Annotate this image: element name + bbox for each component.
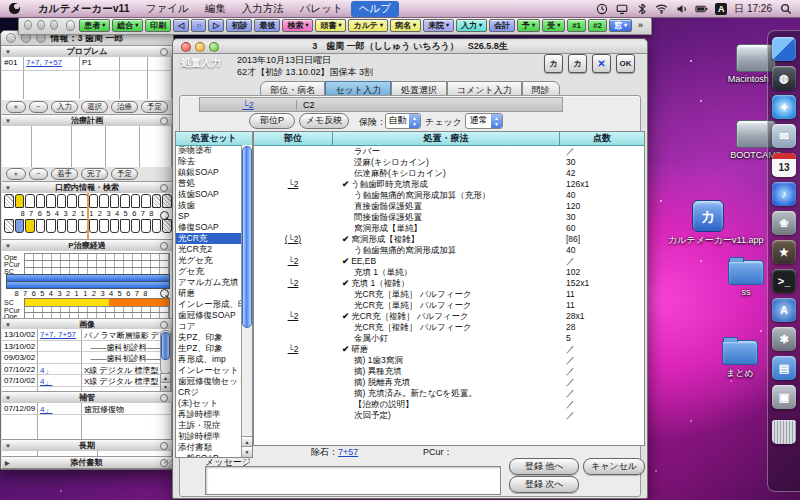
problem-table[interactable]: #017+7, 7+57P1	[2, 57, 172, 101]
site-cell[interactable]: └2	[254, 179, 332, 190]
palette-minimize-button[interactable]	[37, 20, 45, 30]
tooth-lower[interactable]	[57, 219, 67, 233]
insurance-popup[interactable]: 自動▲▼	[385, 113, 421, 129]
tooth-chart[interactable]: 8765432112345678	[2, 193, 172, 240]
plan-button-＋[interactable]: ＋	[6, 168, 26, 180]
plan-button-－[interactable]: －	[29, 168, 49, 180]
tooth-lower[interactable]	[15, 219, 25, 233]
palette-button-最後[interactable]: 最後	[254, 19, 280, 32]
stamp-button-1[interactable]: カ	[544, 54, 563, 73]
palette-button-»[interactable]: »	[634, 20, 647, 31]
set-list-item[interactable]: 失PZ、印象	[176, 332, 242, 343]
procedure-row[interactable]: 充填 1（単純）102	[254, 267, 644, 278]
site-cell[interactable]	[254, 333, 332, 344]
site-cell[interactable]	[254, 366, 332, 377]
set-list-item[interactable]: コア	[176, 321, 242, 332]
set-list-item[interactable]: グセ充	[176, 266, 242, 277]
set-list-item[interactable]: 歯冠修復SOAP	[176, 310, 242, 321]
tooth-lower[interactable]	[36, 219, 46, 233]
site-cell[interactable]: (└2)	[254, 234, 332, 245]
apple-menu-icon[interactable]	[9, 3, 20, 14]
tooth-upper[interactable]	[15, 194, 25, 208]
tooth-upper[interactable]	[36, 194, 46, 208]
ok-stamp-button[interactable]: OK	[616, 54, 635, 73]
site-cell[interactable]: └2	[254, 278, 332, 289]
dashboard-icon[interactable]: ◍	[772, 66, 796, 90]
set-list-item[interactable]: 初診時標準	[176, 431, 242, 442]
procedure-row[interactable]: う蝕歯無痛的窩洞形成加算（充形）40	[254, 190, 644, 201]
clear-x-button[interactable]: ✕	[592, 54, 611, 73]
procedure-row[interactable]: 光CR充［複雑］ パルフィーク28	[254, 322, 644, 333]
tooth-lower[interactable]	[110, 219, 120, 233]
plan-button-予定[interactable]: 予定	[111, 168, 138, 180]
set-list-item[interactable]: 研磨	[176, 288, 242, 299]
site-cell[interactable]	[254, 190, 332, 201]
set-list-item[interactable]: 薬物塗布	[176, 145, 242, 156]
site-cell[interactable]: └2	[254, 256, 332, 267]
problem-button-予定[interactable]: 予定	[141, 101, 168, 113]
site-cell[interactable]	[254, 267, 332, 278]
disclosure-triangle-icon[interactable]: ▼	[5, 49, 11, 55]
set-list-item[interactable]: 光CR充	[176, 233, 242, 244]
palette-button-◁[interactable]: ◁	[173, 19, 189, 32]
spotlight-icon[interactable]	[779, 2, 792, 15]
problem-button-選択[interactable]: 選択	[81, 101, 108, 113]
bluetooth-icon[interactable]	[635, 2, 648, 15]
menu-item[interactable]: ファイル	[138, 1, 197, 17]
search-teeth-icon[interactable]	[160, 289, 169, 298]
tooth-upper[interactable]	[67, 194, 77, 208]
site-cell[interactable]	[254, 410, 332, 421]
stamp-button-2[interactable]: カ	[568, 54, 587, 73]
palette-button-受[interactable]: 受▾	[542, 19, 565, 32]
disclosure-triangle-icon[interactable]: ▼	[5, 395, 11, 401]
procedure-row[interactable]: 伝達麻酔(キシロカイン)42	[254, 168, 644, 179]
site-cell[interactable]: └2	[254, 311, 332, 322]
palette-button-入力[interactable]: 入力▾	[456, 19, 487, 32]
set-list-item[interactable]: 歯冠修復物セット	[176, 376, 242, 387]
message-input[interactable]	[205, 466, 501, 495]
tooth-upper[interactable]	[110, 194, 120, 208]
set-list-item[interactable]: 再形成、imp	[176, 354, 242, 365]
tooth-lower[interactable]	[67, 219, 77, 233]
site-cell[interactable]	[254, 399, 332, 410]
procedure-row[interactable]: 次回予定)／	[254, 410, 644, 421]
cancel-button[interactable]: キャンセル	[583, 458, 645, 475]
palette-button-▷[interactable]: ▷	[208, 19, 224, 32]
tooth-lower[interactable]	[25, 219, 35, 233]
procedure-row[interactable]: 摘) 1歯3窩洞／	[254, 355, 644, 366]
plan-button-完了[interactable]: 完了	[81, 168, 108, 180]
site-cell[interactable]	[254, 157, 332, 168]
section-header-attachments[interactable]: ▶ 添付書類	[2, 456, 172, 469]
input-method-icon[interactable]: A	[715, 3, 727, 15]
procedure-row[interactable]: 直接歯髄保護処置120	[254, 201, 644, 212]
memo-reflect-button[interactable]: メモ反映	[299, 113, 349, 129]
set-list-item[interactable]: 抜歯SOAP	[176, 189, 242, 200]
tooth-lower[interactable]	[4, 219, 14, 233]
set-list-item[interactable]: インレーセット	[176, 365, 242, 376]
set-list-item[interactable]: 再診時標準	[176, 409, 242, 420]
menu-item[interactable]: ヘルプ	[351, 1, 399, 17]
palette-button-カルテ[interactable]: カルテ▾	[348, 19, 388, 32]
set-list-item[interactable]: 生PZ、印象	[176, 343, 242, 354]
procedure-row[interactable]: 光CR充［単純］ パルフィーク11	[254, 289, 644, 300]
palette-button-#2[interactable]: #2	[588, 19, 607, 32]
site-cell[interactable]	[254, 388, 332, 399]
tooth-upper[interactable]	[131, 194, 141, 208]
set-list-item[interactable]: 除去	[176, 156, 242, 167]
set-list-item[interactable]: インレー形成、印象	[176, 299, 242, 310]
tooth-upper[interactable]	[99, 194, 109, 208]
procedure-row[interactable]: (└2)✔窩洞形成【複雑】[86]	[254, 234, 644, 245]
palette-button-#1[interactable]: #1	[567, 19, 586, 32]
scrollbar-thumb[interactable]	[242, 146, 252, 328]
set-list-item[interactable]: 添付書類	[176, 442, 242, 453]
images-scrollbar[interactable]	[160, 330, 171, 374]
tooth-upper[interactable]	[25, 194, 35, 208]
procedure-row[interactable]: └2✔光CR充［複雑］ パルフィーク28x1	[254, 311, 644, 322]
menu-item[interactable]: 入力方法	[234, 1, 292, 17]
procedure-row[interactable]: └2✔研磨／	[254, 344, 644, 355]
set-list-item[interactable]: 光CR充2	[176, 244, 242, 255]
procedure-row[interactable]: 金属小釘5	[254, 333, 644, 344]
resize-grip[interactable]	[164, 460, 172, 468]
appstore-icon[interactable]: A	[772, 298, 796, 322]
tooth-upper[interactable]	[162, 194, 172, 208]
